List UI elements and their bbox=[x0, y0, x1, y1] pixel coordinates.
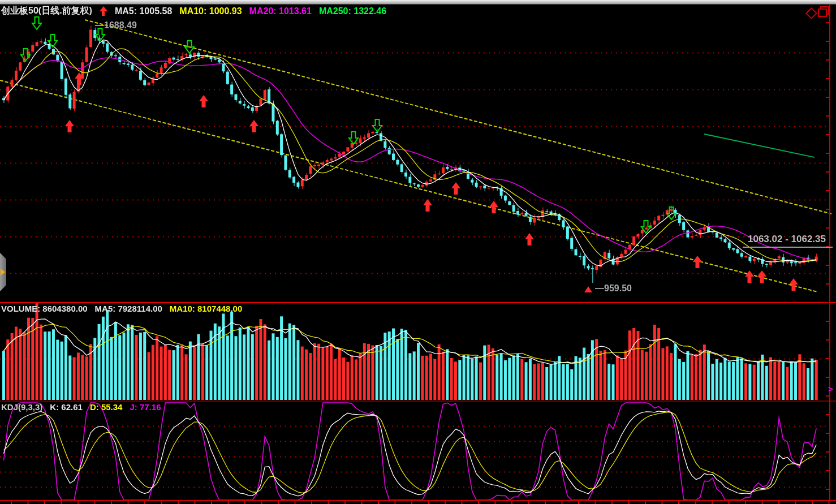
volume-ma10-label: MA10: 8107448.00 bbox=[170, 304, 242, 313]
kdj-title-label: KDJ(9,3,3) bbox=[1, 402, 42, 412]
ma10-label: MA10: 1000.93 bbox=[179, 6, 242, 16]
low-price-label: —959.50 bbox=[595, 283, 632, 294]
sidebar-expand-tab[interactable] bbox=[0, 253, 6, 291]
panel-resize-caret[interactable]: > bbox=[828, 384, 833, 394]
volume-value-label: VOLUME: 8604380.00 bbox=[1, 304, 88, 313]
restore-window-icon[interactable] bbox=[818, 6, 829, 17]
high-price-label: —1688.49 bbox=[95, 20, 137, 31]
kdj-j-label: J: 77.16 bbox=[130, 402, 161, 412]
stock-chart-window: 创业板50(日线.前复权) MA5: 1005.58 MA10: 1000.93… bbox=[0, 0, 836, 504]
expand-arrow-icon bbox=[1, 269, 5, 275]
restore-icon-front-rect bbox=[818, 8, 827, 17]
main-chart-header: 创业板50(日线.前复权) MA5: 1005.58 MA10: 1000.93… bbox=[1, 5, 386, 17]
kdj-panel-header: KDJ(9,3,3) K: 62.61 D: 55.34 J: 77.16 bbox=[1, 402, 161, 412]
volume-panel-header: VOLUME: 8604380.00 MA5: 7928114.00 MA10:… bbox=[1, 304, 242, 313]
buy-signal-legend-icon bbox=[100, 6, 107, 16]
price-range-label: 1063.02 - 1062.35 bbox=[735, 234, 826, 245]
volume-ma5-label: MA5: 7928114.00 bbox=[95, 304, 162, 313]
ma20-label: MA20: 1013.61 bbox=[249, 6, 312, 16]
kdj-k-label: K: 62.61 bbox=[50, 402, 83, 412]
kdj-d-label: D: 55.34 bbox=[90, 402, 123, 412]
chart-canvas[interactable] bbox=[0, 0, 836, 504]
symbol-title: 创业板50(日线.前复权) bbox=[1, 5, 92, 17]
ma250-label: MA250: 1322.46 bbox=[319, 6, 386, 16]
ma5-label: MA5: 1005.58 bbox=[115, 6, 172, 16]
